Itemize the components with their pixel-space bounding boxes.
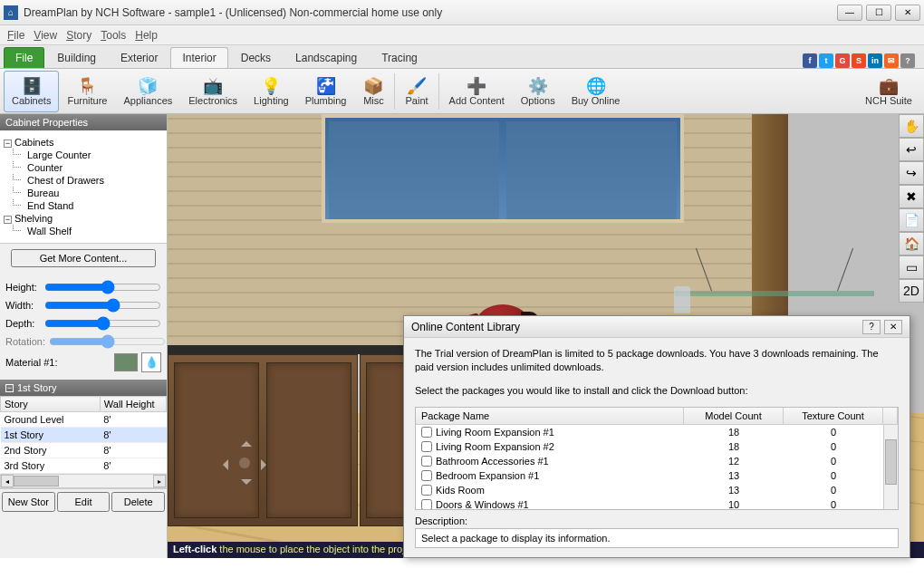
electronics-icon: 📺: [202, 77, 224, 95]
rotation-label: Rotation:: [5, 336, 45, 347]
pkg-col-name[interactable]: Package Name: [416, 408, 684, 424]
package-row[interactable]: Living Room Expansion #1180: [416, 425, 883, 439]
add-content-icon: ➕: [466, 77, 487, 95]
package-row[interactable]: Kids Room130: [416, 483, 883, 497]
tool-appliances[interactable]: 🧊Appliances: [115, 71, 180, 112]
left-panel: Cabinet Properties −CabinetsLarge Counte…: [0, 114, 168, 558]
pkg-scrollbar[interactable]: [883, 425, 898, 509]
tool-add-content[interactable]: ➕Add Content: [441, 71, 513, 112]
google-icon[interactable]: G: [835, 53, 850, 68]
tab-building[interactable]: Building: [45, 47, 108, 68]
depth-slider[interactable]: [44, 316, 161, 331]
tree-leaf-bureau[interactable]: Bureau: [22, 187, 163, 199]
tree-leaf-chest-of-drawers[interactable]: Chest of Drawers: [22, 174, 163, 187]
tool-plumbing[interactable]: 🚰Plumbing: [297, 71, 355, 112]
redo-button[interactable]: ↪: [899, 161, 924, 185]
rss-icon[interactable]: ✉: [884, 53, 899, 68]
package-checkbox[interactable]: [421, 470, 432, 481]
package-row[interactable]: Bathroom Accessories #1120: [416, 454, 883, 468]
pkg-col-tex[interactable]: Texture Count: [784, 408, 883, 424]
twitter-icon[interactable]: t: [819, 53, 833, 68]
menu-help[interactable]: Help: [135, 29, 158, 42]
view3d-button[interactable]: 🏠: [899, 232, 924, 255]
tree-node-shelving[interactable]: −Shelving: [4, 212, 163, 225]
maximize-button[interactable]: ☐: [866, 5, 891, 21]
tool-buy-online[interactable]: 🌐Buy Online: [563, 71, 629, 112]
help-icon[interactable]: ?: [900, 53, 915, 68]
viewplan-button[interactable]: ▭: [899, 255, 924, 279]
story-row[interactable]: 3rd Story8': [1, 458, 167, 474]
dialog-message-1: The Trial version of DreamPlan is limite…: [415, 347, 899, 375]
story-hscroll[interactable]: ◂ ▸: [0, 474, 167, 488]
tree-leaf-end-stand[interactable]: End Stand: [22, 199, 163, 212]
tool-electronics[interactable]: 📺Electronics: [180, 71, 245, 112]
facebook-icon[interactable]: f: [803, 53, 817, 68]
dialog-help-button[interactable]: ?: [862, 320, 881, 334]
rotation-slider[interactable]: [49, 334, 166, 349]
story-row[interactable]: 1st Story8': [1, 428, 167, 443]
undo-button[interactable]: ↩: [899, 138, 924, 161]
panel-header: Cabinet Properties: [0, 114, 167, 130]
tool-paint[interactable]: 🖌️Paint: [397, 71, 436, 112]
story-col-name[interactable]: Story: [1, 397, 101, 412]
width-slider[interactable]: [44, 298, 161, 313]
height-slider[interactable]: [44, 280, 161, 294]
main-tabs: File BuildingExteriorInteriorDecksLandsc…: [0, 45, 924, 69]
tab-file[interactable]: File: [4, 47, 44, 68]
package-row[interactable]: Bedroom Expansion #1130: [416, 468, 883, 483]
tab-landscaping[interactable]: Landscaping: [284, 47, 369, 68]
edit-story-button[interactable]: Edit: [57, 492, 111, 512]
package-checkbox[interactable]: [421, 499, 432, 509]
dialog-close-button[interactable]: ✕: [884, 320, 902, 334]
material-label: Material #1:: [5, 357, 62, 368]
tool-options[interactable]: ⚙️Options: [513, 71, 563, 112]
tool-nch-suite[interactable]: 💼NCH Suite: [857, 71, 920, 112]
eyedropper-button[interactable]: 💧: [141, 352, 161, 372]
tool-furniture[interactable]: 🪑Furniture: [59, 71, 115, 112]
tool-cabinets[interactable]: 🗄️Cabinets: [4, 71, 59, 112]
copy-button[interactable]: 📄: [899, 208, 924, 232]
story-row[interactable]: Ground Level8': [1, 412, 167, 428]
stumble-icon[interactable]: S: [852, 53, 866, 68]
material-swatch[interactable]: [114, 353, 138, 371]
nch-suite-icon: 💼: [878, 77, 900, 95]
appliances-icon: 🧊: [137, 77, 159, 95]
view2d-button[interactable]: 2D: [899, 279, 924, 303]
story-row[interactable]: 2nd Story8': [1, 443, 167, 458]
package-row[interactable]: Living Room Expansion #2180: [416, 439, 883, 454]
package-checkbox[interactable]: [421, 441, 432, 452]
package-checkbox[interactable]: [421, 456, 432, 467]
linkedin-icon[interactable]: in: [868, 53, 882, 68]
pan-hand-button[interactable]: ✋: [899, 114, 924, 138]
tab-tracing[interactable]: Tracing: [370, 47, 429, 68]
pkg-col-model[interactable]: Model Count: [684, 408, 784, 424]
tree-node-cabinets[interactable]: −Cabinets: [4, 136, 163, 149]
nav-widget[interactable]: [217, 436, 272, 490]
get-more-content-button[interactable]: Get More Content...: [11, 249, 156, 267]
menu-story[interactable]: Story: [66, 29, 91, 42]
tool-misc[interactable]: 📦Misc: [354, 71, 392, 112]
tool-lighting[interactable]: 💡Lighting: [245, 71, 297, 112]
menu-view[interactable]: View: [34, 29, 57, 42]
tree-leaf-counter[interactable]: Counter: [22, 161, 163, 174]
package-checkbox[interactable]: [421, 485, 432, 496]
close-button[interactable]: ✕: [895, 5, 920, 21]
package-row[interactable]: Doors & Windows #1100: [416, 497, 883, 509]
tab-exterior[interactable]: Exterior: [109, 47, 169, 68]
width-label: Width:: [5, 300, 41, 311]
story-panel-header[interactable]: −1st Story: [0, 380, 167, 396]
menu-file[interactable]: File: [7, 29, 24, 42]
package-checkbox[interactable]: [421, 427, 432, 438]
tab-decks[interactable]: Decks: [229, 47, 283, 68]
tab-interior[interactable]: Interior: [170, 47, 227, 68]
delete-button[interactable]: ✖: [899, 185, 924, 208]
delete-story-button[interactable]: Delete: [111, 492, 165, 512]
paint-icon: 🖌️: [406, 77, 428, 95]
options-icon: ⚙️: [527, 77, 549, 95]
new-story-button[interactable]: New Stor: [2, 492, 55, 512]
tree-leaf-large-counter[interactable]: Large Counter: [22, 149, 163, 161]
story-col-height[interactable]: Wall Height: [100, 397, 166, 412]
minimize-button[interactable]: —: [837, 5, 862, 21]
menu-tools[interactable]: Tools: [101, 29, 126, 42]
tree-leaf-wall-shelf[interactable]: Wall Shelf: [22, 225, 163, 237]
